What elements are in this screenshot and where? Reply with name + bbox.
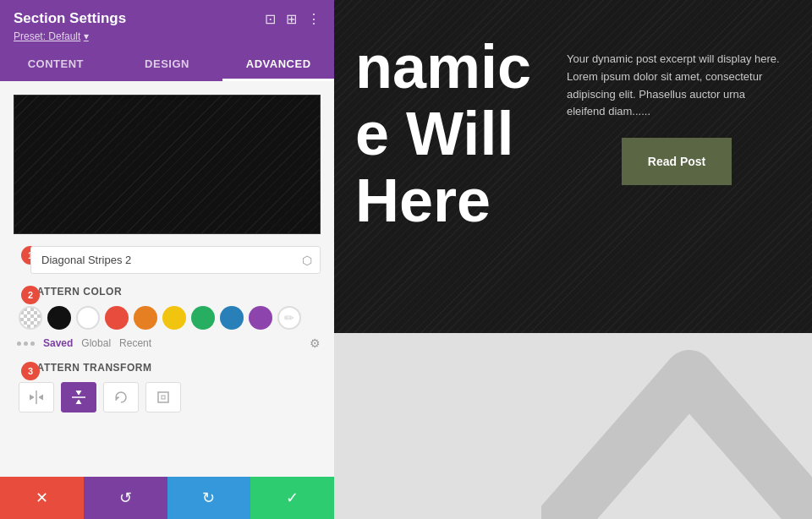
dot-2 (24, 341, 28, 346)
panel-title-row: Section Settings ⊡ ⊞ ⋮ (14, 10, 321, 27)
cancel-button[interactable]: ✕ (0, 477, 84, 519)
pattern-select-row: 1 Diagonal Stripes 2 Diagonal Stripes 1 … (30, 246, 321, 274)
step-badge-3: 3 (21, 362, 40, 380)
color-black[interactable] (47, 306, 71, 330)
undo-button[interactable]: ↺ (84, 477, 167, 519)
pattern-preview (14, 95, 321, 234)
hero-line-1: namic (355, 34, 531, 101)
pattern-select-wrapper: Diagonal Stripes 2 Diagonal Stripes 1 Di… (30, 246, 321, 274)
rotate-button[interactable] (103, 382, 139, 412)
saved-tab-saved[interactable]: Saved (43, 337, 73, 349)
settings-panel: Section Settings ⊡ ⊞ ⋮ Preset: Default ▾… (0, 0, 334, 519)
transform-buttons-row (19, 382, 321, 412)
read-post-button[interactable]: Read Post (622, 138, 732, 185)
tab-content[interactable]: Content (0, 49, 112, 81)
saved-tab-recent[interactable]: Recent (119, 337, 151, 349)
color-transparent[interactable] (19, 306, 42, 330)
redo-icon: ↻ (202, 489, 215, 507)
tab-advanced[interactable]: Advanced (222, 49, 334, 81)
flip-horizontal-button[interactable] (19, 382, 54, 412)
panel-header: Section Settings ⊡ ⊞ ⋮ Preset: Default ▾ (0, 0, 334, 49)
grid-icon[interactable]: ⊞ (286, 11, 297, 27)
panel-tabs: Content Design Advanced (0, 49, 334, 81)
color-section-label: Pattern Color (30, 286, 321, 298)
color-settings-icon[interactable]: ⚙ (310, 336, 321, 350)
flip-vertical-button[interactable] (61, 382, 96, 412)
cancel-icon: ✕ (36, 489, 48, 507)
color-section: 2 Pattern Color (30, 286, 321, 298)
color-white[interactable] (76, 306, 100, 330)
rotate-icon (112, 389, 129, 406)
panel-title: Section Settings (14, 10, 126, 27)
bottom-section (330, 333, 812, 519)
confirm-icon: ✓ (286, 489, 299, 507)
hero-line-3: Here (355, 167, 531, 234)
svg-rect-3 (162, 396, 165, 399)
chevron-svg (541, 333, 812, 519)
color-green[interactable] (191, 306, 215, 330)
redo-button[interactable]: ↻ (167, 477, 251, 519)
excerpt-box: Your dynamic post excerpt will display h… (567, 51, 787, 185)
panel-body: 1 Diagonal Stripes 2 Diagonal Stripes 1 … (0, 81, 334, 477)
panel-footer: ✕ ↺ ↻ ✓ (0, 477, 334, 519)
reset-icon (155, 389, 172, 406)
resize-icon[interactable]: ⊡ (265, 11, 276, 27)
reset-button[interactable] (145, 382, 181, 412)
color-pencil-edit[interactable]: ✏ (277, 306, 301, 330)
panel-preset[interactable]: Preset: Default ▾ (14, 30, 321, 42)
saved-row: Saved Global Recent ⚙ (14, 336, 321, 350)
dots-indicator (17, 341, 35, 346)
transform-section: 3 Pattern Transform (30, 362, 321, 374)
step-badge-2: 2 (21, 286, 40, 304)
panel-header-icons: ⊡ ⊞ ⋮ (265, 11, 321, 27)
saved-tab-global[interactable]: Global (81, 337, 111, 349)
confirm-button[interactable]: ✓ (250, 477, 334, 519)
tab-design[interactable]: Design (112, 49, 223, 81)
undo-icon: ↺ (119, 489, 132, 507)
flip-h-icon (28, 389, 45, 406)
color-orange[interactable] (134, 306, 157, 330)
color-purple[interactable] (249, 306, 272, 330)
svg-rect-2 (158, 392, 168, 402)
dot-1 (17, 341, 21, 346)
transform-section-label: Pattern Transform (30, 362, 321, 374)
hero-section: namic e Will Here Your dynamic post exce… (330, 0, 812, 333)
hero-text: namic e Will Here (355, 34, 531, 235)
pattern-select[interactable]: Diagonal Stripes 2 Diagonal Stripes 1 Di… (30, 246, 321, 274)
color-yellow[interactable] (162, 306, 186, 330)
hero-line-2: e Will (355, 101, 531, 167)
color-blue[interactable] (220, 306, 244, 330)
color-swatches-row: ✏ (19, 306, 321, 330)
color-red[interactable] (105, 306, 129, 330)
flip-v-icon (70, 389, 87, 406)
excerpt-text: Your dynamic post excerpt will display h… (567, 51, 787, 121)
more-icon[interactable]: ⋮ (307, 11, 321, 27)
dot-3 (30, 341, 35, 346)
right-content: namic e Will Here Your dynamic post exce… (330, 0, 812, 519)
